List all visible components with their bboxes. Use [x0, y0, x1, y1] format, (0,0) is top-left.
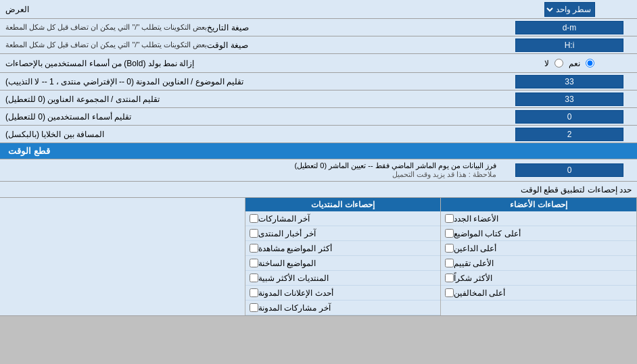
stats-participations-label-4: المواضيع الساخنة — [258, 259, 316, 268]
stats-participations-item-7: آخر مشاركات المدونة — [245, 301, 440, 315]
gap-input[interactable] — [515, 128, 623, 141]
bold-no-radio[interactable] — [555, 59, 563, 68]
limit-row: حدد إحصاءات لتطبيق قطع الوقت — [0, 182, 637, 198]
stats-section: إحصاءات المنتديات آخر المشاركات آخر أخبا… — [0, 198, 637, 316]
freeze-input[interactable] — [515, 163, 623, 177]
topics-trim-input[interactable] — [515, 75, 623, 88]
stats-members-check-1[interactable] — [445, 214, 454, 223]
bold-no-label: لا — [544, 59, 549, 68]
time-format-label: صيغة الوقت بعض التكوينات يتطلب "/" التي … — [0, 36, 502, 53]
bold-label: إزالة نمط بولد (Bold) من أسماء المستخدمي… — [0, 56, 502, 71]
date-format-input-cell — [502, 19, 637, 36]
forum-trim-row: تقليم المنتدى / المجموعة العناوين (0 للت… — [0, 90, 637, 108]
date-format-input[interactable] — [515, 21, 623, 34]
stats-members-item-1: الأعضاء الجدد — [441, 211, 636, 226]
display-mode-input-cell: سطر واحد — [502, 1, 637, 18]
stats-participations-check-4[interactable] — [250, 259, 258, 267]
gap-input-cell — [502, 126, 637, 142]
stats-members-label-2: أعلى كتاب المواضيع — [454, 229, 521, 238]
forum-trim-input-cell — [502, 90, 637, 107]
forum-trim-label: تقليم المنتدى / المجموعة العناوين (0 للت… — [0, 90, 502, 107]
main-container: العرض سطر واحد صيغة التاريخ بعض التكوينا… — [0, 0, 637, 316]
freeze-section-header: قطع الوقت — [0, 143, 637, 159]
freeze-input-cell — [502, 162, 637, 178]
users-trim-label: تقليم أسماء المستخدمين (0 للتعطيل) — [0, 108, 502, 125]
topics-trim-label: تقليم الموضوع / العناوين المدونة (0 -- ا… — [0, 73, 502, 90]
stats-participations-item-5: المنتديات الأكثر شبية — [245, 271, 440, 286]
bold-row: إزالة نمط بولد (Bold) من أسماء المستخدمي… — [0, 54, 637, 73]
users-trim-input[interactable] — [515, 110, 623, 124]
stats-participations-label-3: أكثر المواضيع مشاهدة — [258, 244, 332, 253]
stats-members-check-6[interactable] — [445, 288, 454, 297]
users-trim-input-cell — [502, 108, 637, 125]
date-format-label: صيغة التاريخ بعض التكوينات يتطلب "/" الت… — [0, 19, 502, 36]
time-format-row: صيغة الوقت بعض التكوينات يتطلب "/" التي … — [0, 36, 637, 54]
display-mode-select[interactable]: سطر واحد — [544, 2, 595, 17]
bold-radio-group: نعم لا — [539, 56, 600, 71]
stats-participations-label-6: أحدث الإعلانات المدونة — [258, 288, 333, 298]
stats-participations-item-4: المواضيع الساخنة — [245, 256, 440, 271]
stats-participations-item-1: آخر المشاركات — [245, 211, 440, 226]
users-trim-row: تقليم أسماء المستخدمين (0 للتعطيل) — [0, 108, 637, 126]
topics-trim-row: تقليم الموضوع / العناوين المدونة (0 -- ا… — [0, 73, 637, 90]
bold-yes-radio[interactable] — [586, 59, 594, 68]
stats-participations-check-3[interactable] — [250, 244, 258, 253]
forum-trim-input[interactable] — [515, 93, 623, 106]
display-mode-label: العرض — [0, 2, 502, 17]
stats-participations-item-6: أحدث الإعلانات المدونة — [245, 286, 440, 301]
stats-members-label-6: أعلى المخالفين — [454, 288, 505, 298]
stats-members-item-4: الأعلى تقييم — [441, 256, 636, 271]
stats-members-check-4[interactable] — [445, 259, 454, 267]
date-format-row: صيغة التاريخ بعض التكوينات يتطلب "/" الت… — [0, 19, 637, 36]
stats-participations-header: إحصاءات المنتديات — [245, 198, 440, 211]
stats-members-check-5[interactable] — [445, 274, 454, 282]
stats-members-check-3[interactable] — [445, 244, 454, 253]
bold-yes-label: نعم — [569, 59, 580, 68]
stats-members-check-2[interactable] — [445, 229, 454, 238]
bold-radio-cell: نعم لا — [502, 55, 637, 72]
stats-participations-check-2[interactable] — [250, 229, 258, 238]
stats-participations-label-1: آخر المشاركات — [258, 214, 310, 224]
stats-members-col: إحصاءات الأعضاء الأعضاء الجدد أعلى كتاب … — [441, 198, 637, 315]
stats-cols-wrapper: إحصاءات المنتديات آخر المشاركات آخر أخبا… — [0, 198, 637, 315]
gap-row: المسافة بين الخلايا (بالبكسل) — [0, 126, 637, 143]
freeze-section-title: قطع الوقت — [0, 143, 58, 159]
stats-participations-item-3: أكثر المواضيع مشاهدة — [245, 241, 440, 256]
display-mode-row: العرض سطر واحد — [0, 0, 637, 19]
stats-participations-label-7: آخر مشاركات المدونة — [258, 303, 331, 313]
stats-participations-label-5: المنتديات الأكثر شبية — [258, 274, 329, 283]
stats-members-item-2: أعلى كتاب المواضيع — [441, 226, 636, 241]
stats-members-item-6: أعلى المخالفين — [441, 286, 636, 301]
time-format-input-cell — [502, 36, 637, 53]
gap-label: المسافة بين الخلايا (بالبكسل) — [0, 126, 502, 142]
stats-participations-item-2: آخر أخبار المنتدى — [245, 226, 440, 241]
freeze-row: فرز البيانات من يوم الماشر الماضي فقط --… — [0, 159, 637, 182]
stats-members-header: إحصاءات الأعضاء — [441, 198, 636, 211]
stats-members-label-3: أعلى الداعين — [454, 244, 496, 253]
freeze-label: فرز البيانات من يوم الماشر الماضي فقط --… — [0, 159, 502, 181]
stats-members-label-4: الأعلى تقييم — [454, 259, 494, 268]
stats-participations-check-5[interactable] — [250, 274, 258, 282]
stats-participations-check-7[interactable] — [250, 303, 258, 312]
limit-label: حدد إحصاءات لتطبيق قطع الوقت — [0, 183, 637, 197]
stats-members-item-5: الأكثر شكراً — [441, 271, 636, 286]
topics-trim-input-cell — [502, 73, 637, 90]
stats-participations-label-2: آخر أخبار المنتدى — [258, 229, 316, 238]
stats-members-label-1: الأعضاء الجدد — [454, 214, 498, 224]
time-format-input[interactable] — [515, 38, 623, 52]
stats-main-col — [0, 198, 245, 315]
stats-members-item-3: أعلى الداعين — [441, 241, 636, 256]
stats-participations-check-1[interactable] — [250, 214, 258, 223]
stats-participations-col: إحصاءات المنتديات آخر المشاركات آخر أخبا… — [245, 198, 441, 315]
stats-participations-check-6[interactable] — [250, 288, 258, 297]
stats-members-label-5: الأكثر شكراً — [454, 274, 492, 283]
